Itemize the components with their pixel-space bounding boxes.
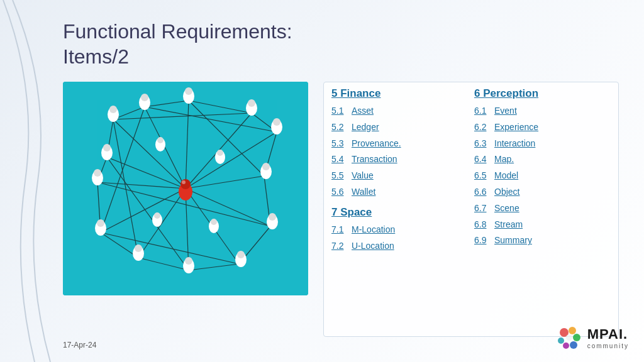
svg-point-38	[141, 94, 148, 101]
svg-point-36	[109, 106, 117, 113]
svg-point-62	[157, 137, 164, 143]
item-6-9[interactable]: 6.9 Summary	[474, 233, 611, 248]
item-7-1[interactable]: 7.1 M-Location	[331, 222, 468, 238]
item-6-5[interactable]: 6.5 Model	[474, 168, 611, 184]
item-6-3[interactable]: 6.3 Interaction	[474, 136, 611, 151]
svg-point-58	[94, 169, 101, 177]
svg-point-42	[248, 99, 255, 107]
svg-point-64	[217, 150, 223, 156]
svg-point-40	[185, 87, 192, 95]
svg-point-71	[182, 180, 186, 184]
svg-point-48	[269, 213, 276, 221]
item-5-5[interactable]: 5.5 Value	[331, 168, 468, 184]
item-6-6[interactable]: 6.6 Object	[474, 185, 611, 200]
left-list-col: 5 Finance 5.1 Asset 5.2 Ledger 5.3 Prove…	[331, 87, 468, 331]
item-7-2[interactable]: 7.2 U-Location	[331, 239, 468, 254]
mpai-logo-icon	[555, 323, 584, 352]
item-6-7[interactable]: 6.7 Scene	[474, 201, 611, 216]
svg-point-68	[154, 212, 160, 219]
svg-point-46	[262, 163, 270, 170]
content-area: 5 Finance 5.1 Asset 5.2 Ledger 5.3 Prove…	[63, 82, 619, 337]
section7-heading: 7 Space	[331, 206, 468, 219]
slide: Functional Requirements: Items/2	[0, 0, 644, 362]
svg-point-70	[180, 179, 191, 189]
svg-point-60	[103, 144, 111, 151]
svg-point-76	[563, 343, 569, 349]
svg-point-74	[573, 334, 580, 341]
right-panel: 5 Finance 5.1 Asset 5.2 Ledger 5.3 Prove…	[323, 82, 619, 337]
svg-point-56	[97, 219, 104, 227]
right-list-col: 6 Perception 6.1 Event 6.2 Experience 6.…	[474, 87, 611, 331]
item-6-8[interactable]: 6.8 Stream	[474, 217, 611, 233]
slide-title: Functional Requirements: Items/2	[63, 19, 619, 69]
item-6-1[interactable]: 6.1 Event	[474, 104, 611, 119]
svg-point-77	[558, 337, 564, 344]
item-5-6[interactable]: 5.6 Wallet	[331, 185, 468, 200]
mpai-logo-subtext: community	[587, 343, 629, 349]
svg-point-75	[570, 341, 577, 349]
section5-heading: 5 Finance	[331, 87, 468, 100]
svg-point-54	[135, 244, 142, 252]
mpai-logo: MPAI. community	[555, 323, 629, 352]
item-5-1[interactable]: 5.1 Asset	[331, 104, 468, 119]
footer: 17-Apr-24	[63, 341, 619, 349]
date-label: 17-Apr-24	[63, 341, 96, 349]
svg-point-50	[237, 251, 245, 258]
svg-point-73	[569, 327, 576, 334]
svg-point-66	[211, 219, 217, 225]
item-5-3[interactable]: 5.3 Provenance.	[331, 136, 468, 151]
item-5-4[interactable]: 5.4 Transaction	[331, 152, 468, 167]
item-6-2[interactable]: 6.2 Experience	[474, 120, 611, 135]
svg-point-78	[566, 334, 572, 341]
item-6-4[interactable]: 6.4 Map.	[474, 152, 611, 167]
network-image	[63, 82, 308, 295]
svg-point-44	[273, 118, 280, 126]
mpai-logo-text: MPAI.	[587, 326, 628, 343]
section6-heading: 6 Perception	[474, 87, 611, 100]
svg-point-52	[185, 257, 192, 265]
item-5-2[interactable]: 5.2 Ledger	[331, 120, 468, 135]
